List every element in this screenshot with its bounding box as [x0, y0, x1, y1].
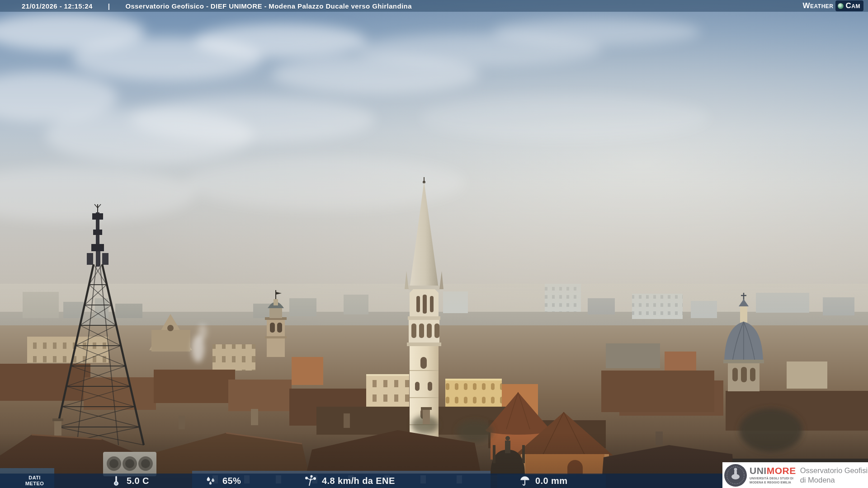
temperature-metric: 5.0 C [110, 474, 149, 488]
dati-meteo-label: DATI METEO [25, 475, 44, 486]
unimore-more-text: MORE [767, 465, 796, 476]
weathercam-word-cam: Cam [846, 1, 860, 10]
university-seal-icon [723, 463, 748, 488]
rain-metric: 0.0 mm [519, 474, 567, 488]
webcam-frame: 21/01/2026 - 12:15:24 | Osservatorio Geo… [0, 0, 868, 488]
temperature-value: 5.0 C [127, 476, 149, 486]
university-subtitle-line1: UNIVERSITÀ DEGLI STUDI DI [750, 477, 796, 480]
header-separator: | [108, 2, 110, 10]
rain-value: 0.0 mm [535, 476, 567, 486]
anemometer-icon [304, 475, 317, 487]
thermometer-icon [110, 475, 122, 487]
university-subtitle-line2: MODENA E REGGIO EMILIA [750, 481, 796, 484]
weathercam-badge: Cam [835, 0, 863, 11]
rain-icon [519, 475, 531, 487]
unimore-wordmark: UNIMORE UNIVERSITÀ DEGLI STUDI DI MODENA… [750, 466, 796, 484]
wind-metric: 4.8 km/h da ENE [304, 474, 395, 488]
datetime-text: 21/01/2026 - 12:15:24 [22, 2, 93, 10]
unimore-logo-box: UNIMORE UNIVERSITÀ DEGLI STUDI DI MODENA… [722, 462, 868, 488]
observatory-name: Osservatorio Geofisico di Modena [800, 466, 868, 484]
humidity-metric: 65% [204, 474, 241, 488]
header-bar: 21/01/2026 - 12:15:24 | Osservatorio Geo… [0, 0, 868, 12]
humidity-icon [204, 475, 218, 487]
humidity-value: 65% [222, 476, 241, 486]
webcam-photo [0, 0, 868, 488]
wind-value: 4.8 km/h da ENE [322, 476, 395, 486]
unimore-uni-text: UNI [750, 465, 767, 476]
camera-lens-icon [837, 3, 844, 9]
weathercam-word-weather: Weather [803, 1, 834, 10]
page-title: Osservatorio Geofisico - DIEF UNIMORE - … [125, 2, 411, 10]
weathercam-logo: Weather Cam [803, 0, 863, 11]
